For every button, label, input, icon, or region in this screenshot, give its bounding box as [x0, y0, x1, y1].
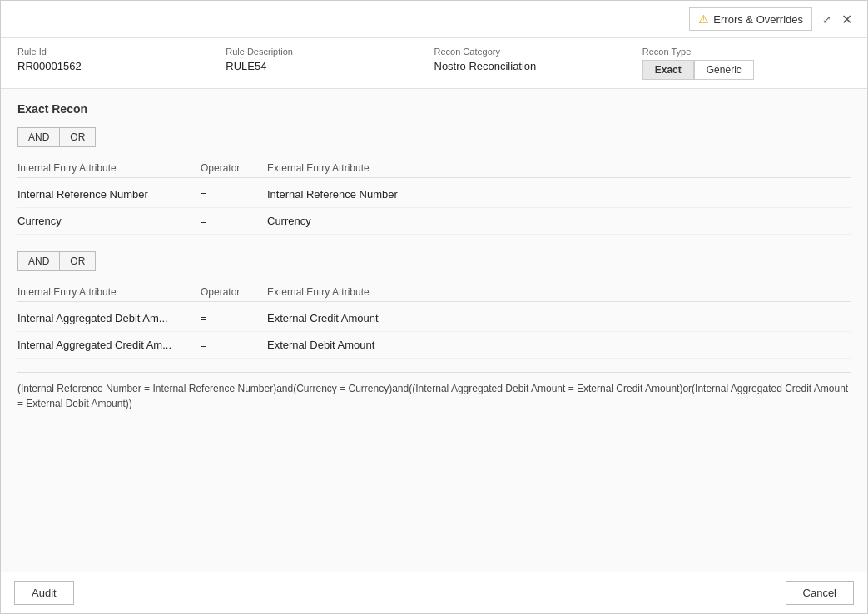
table-row: Currency = Currency: [17, 208, 851, 235]
main-dialog: ⚠ Errors & Overrides ⤢ ✕ Rule Id RR00001…: [0, 0, 868, 614]
errors-overrides-label: Errors & Overrides: [713, 13, 803, 26]
col-operator-1: Operator: [201, 162, 267, 174]
operator-1-1: =: [201, 188, 267, 201]
external-attr-1-2: Currency: [267, 215, 450, 227]
external-attr-1-1: Internal Reference Number: [267, 188, 450, 201]
rule-desc-value: RULE54: [226, 60, 266, 72]
rule-desc-label: Rule Description: [226, 47, 434, 57]
and-or-group-1: AND OR: [17, 127, 851, 147]
internal-attr-2-1: Internal Aggregated Debit Am...: [17, 312, 201, 324]
recon-type-group: Exact Generic: [642, 60, 851, 80]
internal-attr-1-2: Currency: [17, 215, 201, 227]
cancel-button[interactable]: Cancel: [786, 581, 854, 605]
col-internal-1: Internal Entry Attribute: [17, 162, 201, 174]
recon-type-exact-button[interactable]: Exact: [642, 60, 694, 80]
col-internal-2: Internal Entry Attribute: [17, 286, 201, 298]
summary-text: (Internal Reference Number = Internal Re…: [17, 372, 851, 419]
table-row: Internal Aggregated Credit Am... = Exter…: [17, 332, 851, 359]
col-external-2: External Entry Attribute: [267, 286, 450, 298]
info-bar: Rule Id RR00001562 Rule Description RULE…: [1, 38, 867, 89]
operator-2-2: =: [201, 339, 267, 351]
operator-2-1: =: [201, 312, 267, 324]
recon-type-generic-button[interactable]: Generic: [694, 60, 754, 80]
recon-category-label: Recon Category: [434, 47, 642, 57]
warning-icon: ⚠: [698, 12, 709, 26]
expand-button[interactable]: ⤢: [817, 10, 836, 29]
table-row: Internal Aggregated Debit Am... = Extern…: [17, 305, 851, 332]
recon-type-label: Recon Type: [642, 47, 851, 57]
recon-category-field: Recon Category Nostro Reconciliation: [434, 47, 642, 80]
col-operator-2: Operator: [201, 286, 267, 298]
internal-attr-1-1: Internal Reference Number: [17, 188, 201, 201]
rule-table-1: Internal Entry Attribute Operator Extern…: [17, 159, 851, 235]
or-button-1[interactable]: OR: [59, 127, 96, 147]
external-attr-2-2: External Debit Amount: [267, 339, 450, 351]
col-external-1: External Entry Attribute: [267, 162, 450, 174]
recon-type-field: Recon Type Exact Generic: [642, 47, 851, 80]
and-or-group-2: AND OR: [17, 251, 851, 271]
rule-id-value: RR00001562: [17, 60, 82, 72]
errors-overrides-button[interactable]: ⚠ Errors & Overrides: [689, 7, 812, 31]
and-button-2[interactable]: AND: [17, 251, 59, 271]
dialog-header: ⚠ Errors & Overrides ⤢ ✕: [1, 1, 867, 38]
rule-header-1: Internal Entry Attribute Operator Extern…: [17, 159, 851, 178]
exact-recon-title: Exact Recon: [17, 102, 851, 116]
or-button-2[interactable]: OR: [59, 251, 96, 271]
close-icon: ✕: [841, 12, 852, 27]
audit-button[interactable]: Audit: [14, 581, 74, 605]
rule-desc-field: Rule Description RULE54: [226, 47, 434, 80]
dialog-footer: Audit Cancel: [1, 572, 867, 613]
rule-id-label: Rule Id: [17, 47, 226, 57]
internal-attr-2-2: Internal Aggregated Credit Am...: [17, 339, 201, 351]
external-attr-2-1: External Credit Amount: [267, 312, 450, 324]
operator-1-2: =: [201, 215, 267, 227]
rule-table-2: Internal Entry Attribute Operator Extern…: [17, 283, 851, 359]
rule-header-2: Internal Entry Attribute Operator Extern…: [17, 283, 851, 302]
and-button-1[interactable]: AND: [17, 127, 59, 147]
rule-id-field: Rule Id RR00001562: [17, 47, 226, 80]
table-row: Internal Reference Number = Internal Ref…: [17, 181, 851, 208]
dialog-body: Exact Recon AND OR Internal Entry Attrib…: [1, 89, 867, 572]
recon-category-value: Nostro Reconciliation: [434, 60, 537, 72]
close-button[interactable]: ✕: [836, 8, 857, 31]
